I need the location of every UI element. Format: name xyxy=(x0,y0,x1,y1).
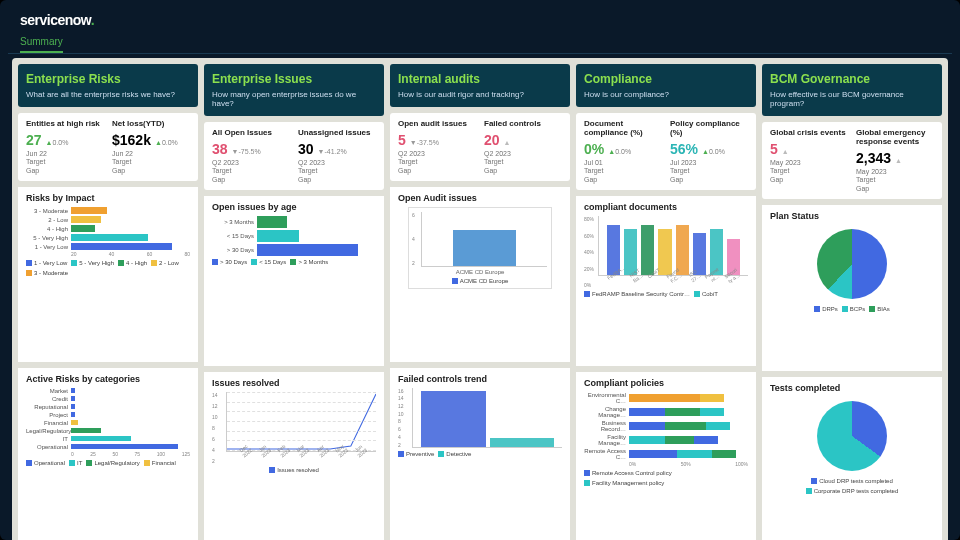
legend-item[interactable]: > 30 Days xyxy=(212,259,247,265)
kpi-label: Policy compliance (%) xyxy=(670,119,748,137)
legend-item[interactable]: IT xyxy=(69,460,82,466)
kpi[interactable]: Net loss(YTD) $162k 0.0% Jun 22TargetGap xyxy=(112,119,190,175)
hbar-seg[interactable] xyxy=(629,422,665,430)
kpi-change: 0.0% xyxy=(46,139,69,146)
vbar[interactable] xyxy=(490,438,555,447)
hbar-seg[interactable] xyxy=(706,422,730,430)
column-header: Enterprise Issues How many open enterpri… xyxy=(204,64,384,116)
kpi[interactable]: Global emergency response events 2,343 M… xyxy=(856,128,934,193)
legend-item[interactable]: 5 - Very High xyxy=(71,260,114,266)
hbar-row: Environmental C… xyxy=(584,392,748,404)
legend-item[interactable]: 1 - Very Low xyxy=(26,260,67,266)
column-title: Internal audits xyxy=(398,72,562,86)
kpi-value: 5 xyxy=(398,132,406,148)
legend-item[interactable]: 4 - High xyxy=(118,260,147,266)
hbar-fill[interactable] xyxy=(257,244,358,256)
hbar-fill[interactable] xyxy=(71,234,148,241)
kpi[interactable]: Policy compliance (%) 56% 0.0% Jul 2023T… xyxy=(670,119,748,184)
legend-item[interactable]: Legal/Regulatory xyxy=(86,460,139,466)
hbar-fill[interactable] xyxy=(71,412,75,417)
hbar-seg[interactable] xyxy=(665,436,695,444)
legend-item[interactable]: Preventive xyxy=(398,451,434,457)
app-root: servicenow Summary Enterprise Risks What… xyxy=(0,0,960,540)
legend-item[interactable]: > 3 Months xyxy=(290,259,328,265)
hbar-fill[interactable] xyxy=(71,428,101,433)
hbar-fill[interactable] xyxy=(257,230,299,242)
hbar-seg[interactable] xyxy=(700,408,724,416)
legend-item[interactable]: Financial xyxy=(144,460,176,466)
chart-card: Risks by Impact 3 - Moderate 2 - Low 4 -… xyxy=(18,187,198,361)
hbar-row: 5 - Very High xyxy=(26,234,190,241)
kpi[interactable]: Open audit issues 5 -37.5% Q2 2023Target… xyxy=(398,119,476,175)
legend-item[interactable]: Remote Access Control policy xyxy=(584,470,672,476)
chart-title: Open Audit issues xyxy=(398,193,562,203)
hbar-seg[interactable] xyxy=(712,450,736,458)
xaxis: FedRA…NIST Ba…CobiTFound F.C…ISO 27…Paym… xyxy=(598,276,748,288)
legend-item[interactable]: Corporate DRP tests completed xyxy=(806,488,899,494)
hbar-track xyxy=(71,444,190,449)
kpi-change xyxy=(782,148,789,155)
kpi[interactable]: Global crisis events 5 May 2023TargetGap xyxy=(770,128,848,193)
legend-item[interactable]: BIAs xyxy=(869,306,890,312)
hbar-fill[interactable] xyxy=(71,444,178,449)
legend-item[interactable]: CobiT xyxy=(694,291,718,297)
legend-item[interactable]: ACME CD Europe xyxy=(452,278,509,284)
axis: 0%50%100% xyxy=(584,461,748,467)
vbar[interactable] xyxy=(421,391,486,447)
column-title: Compliance xyxy=(584,72,748,86)
legend: FedRAMP Baseline Security Contr…CobiT xyxy=(584,291,748,297)
hbar-seg[interactable] xyxy=(629,436,665,444)
legend-item[interactable]: 3 - Moderate xyxy=(26,270,68,276)
legend-item[interactable]: 2 - Low xyxy=(151,260,179,266)
hbar-fill[interactable] xyxy=(71,436,131,441)
hbar-seg[interactable] xyxy=(629,394,700,402)
kpi-meta: Jun 22TargetGap xyxy=(112,150,190,175)
vbar[interactable] xyxy=(453,230,516,266)
hbar-chart: Market Credit Reputational Project Finan… xyxy=(26,388,190,450)
legend-item[interactable]: Facility Management policy xyxy=(584,480,664,486)
legend-item[interactable]: DRPs xyxy=(814,306,838,312)
hbar-row: > 30 Days xyxy=(212,244,376,256)
hbar-seg[interactable] xyxy=(677,450,713,458)
kpi[interactable]: Unassigned issues 30 -41.2% Q2 2023Targe… xyxy=(298,128,376,184)
column-title: BCM Governance xyxy=(770,72,934,86)
kpi-change: 0.0% xyxy=(155,139,178,146)
kpi[interactable]: Document compliance (%) 0% 0.0% Jul 01Ta… xyxy=(584,119,662,184)
hbar-fill[interactable] xyxy=(71,420,78,425)
legend-item[interactable]: Detective xyxy=(438,451,471,457)
kpi[interactable]: Entities at high risk 27 0.0% Jun 22Targ… xyxy=(26,119,104,175)
legend-item[interactable]: Issues resolved xyxy=(269,467,319,473)
legend-item[interactable]: Operational xyxy=(26,460,65,466)
hbar-seg[interactable] xyxy=(700,394,724,402)
chart-title: Plan Status xyxy=(770,211,934,221)
hbar-fill[interactable] xyxy=(71,225,95,232)
chart-card: Open issues by age > 3 Months < 15 Days … xyxy=(204,196,384,366)
hbar-seg[interactable] xyxy=(665,408,701,416)
hbar-seg[interactable] xyxy=(629,408,665,416)
legend-item[interactable]: < 15 Days xyxy=(251,259,286,265)
tab-summary[interactable]: Summary xyxy=(20,32,63,53)
column-subtitle: How effective is our BCM governance prog… xyxy=(770,90,934,108)
hbar-fill[interactable] xyxy=(257,216,287,228)
hbar-fill[interactable] xyxy=(71,216,101,223)
logo[interactable]: servicenow xyxy=(20,12,94,28)
kpi[interactable]: All Open Issues 38 -75.5% Q2 2023TargetG… xyxy=(212,128,290,184)
hbar-fill[interactable] xyxy=(71,396,75,401)
kpi[interactable]: Failed controls 20 Q2 2023TargetGap xyxy=(484,119,562,175)
legend-item[interactable]: BCPs xyxy=(842,306,865,312)
hbar-seg[interactable] xyxy=(629,450,677,458)
legend-item[interactable]: Cloud DRP tests completed xyxy=(811,478,893,484)
hbar-fill[interactable] xyxy=(71,207,107,214)
hbar-fill[interactable] xyxy=(71,388,75,393)
hbar-row: Market xyxy=(26,388,190,394)
hbar-fill[interactable] xyxy=(71,404,75,409)
hbar-fill[interactable] xyxy=(71,243,172,250)
hbar-track xyxy=(629,408,748,416)
hbar-seg[interactable] xyxy=(665,422,707,430)
pie-chart[interactable] xyxy=(817,229,887,299)
hbar-seg[interactable] xyxy=(694,436,718,444)
vbar[interactable] xyxy=(641,225,654,275)
pie-chart[interactable] xyxy=(817,401,887,471)
hbar-row: IT xyxy=(26,436,190,442)
legend-item[interactable]: FedRAMP Baseline Security Contr… xyxy=(584,291,690,297)
